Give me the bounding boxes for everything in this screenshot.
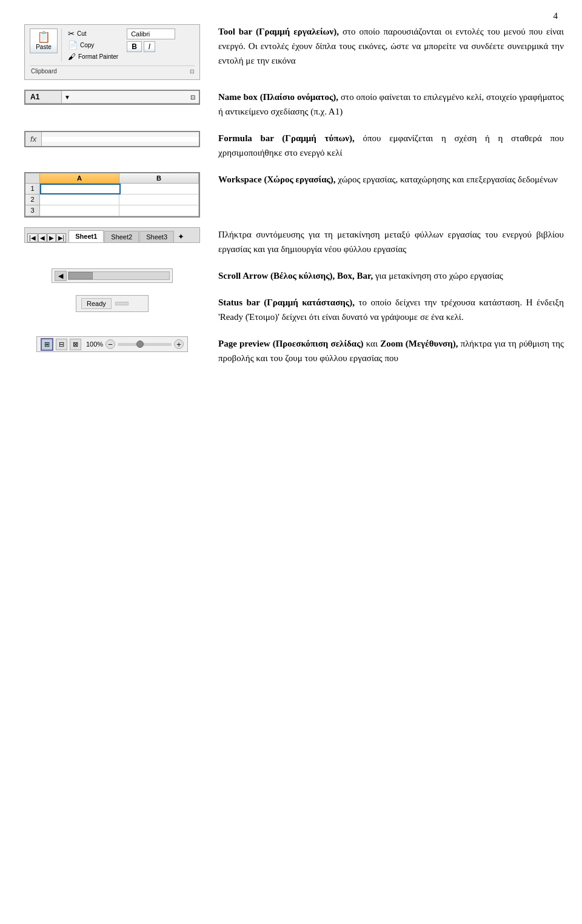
workspace-image: A B 1 2 3 — [24, 172, 200, 218]
grid-row-1: 1 — [25, 184, 199, 194]
grid-row-3: 3 — [25, 205, 199, 216]
namebox-section: A1 ▼ ⊡ Name box (Πλαίσιο ονόματος), στο … — [18, 90, 564, 121]
scroll-left-arrow[interactable]: ◀ — [55, 271, 67, 281]
zoombar-text: Page preview (Προεσκόπιση σελίδας) και Z… — [218, 336, 564, 365]
formulabar-text: Formula bar (Γραμμή τύπων), όπου εμφανίζ… — [218, 131, 564, 160]
sheet2-tab[interactable]: Sheet2 — [104, 231, 139, 242]
sheet1-tab[interactable]: Sheet1 — [69, 230, 104, 242]
zoom-term: Zoom (Μεγέθυνση), — [380, 339, 458, 348]
scrollbar-text: Scroll Arrow (Βέλος κύλισης), Box, Bar, … — [218, 268, 564, 283]
statusbar-description: Status bar (Γραμμή κατάστασης), το οποίο… — [218, 295, 564, 327]
workspace-term: Workspace (Χώρος εργασίας), — [218, 174, 336, 184]
new-sheet-button[interactable]: ✦ — [175, 231, 187, 242]
statusbar-section: Ready Status bar (Γραμμή κατάστασης), το… — [18, 295, 564, 327]
namebox-dropdown[interactable]: ▼ — [62, 92, 73, 102]
toolbar-bottom: Clipboard ⊡ — [30, 65, 195, 75]
cut-button[interactable]: ✂ Cut — [67, 28, 119, 39]
workspace-text: Workspace (Χώρος εργασίας), χώρος εργασί… — [218, 172, 564, 187]
scrollbar-image: ◀ — [52, 268, 173, 283]
next-sheet-arrow[interactable]: ▶ — [47, 233, 56, 242]
cut-icon: ✂ — [68, 29, 75, 38]
grid-cell-b3[interactable] — [119, 205, 199, 216]
namebox-image: A1 ▼ ⊡ — [24, 90, 200, 105]
toolbar-term: Tool bar (Γραμμή εργαλείων), — [218, 27, 339, 36]
sheettabs-description: Πλήκτρα συντόμευσης για τη μετακίνηση με… — [218, 227, 564, 259]
copy-icon: 📄 — [68, 41, 78, 50]
scroll-thumb — [69, 272, 93, 279]
grid-cell-a2[interactable] — [40, 194, 119, 205]
col-header-a[interactable]: A — [40, 173, 119, 184]
scrollbar-description: Scroll Arrow (Βέλος κύλισης), Box, Bar, … — [218, 268, 564, 285]
scrollbar-term: Scroll Arrow (Βέλος κύλισης), Box, Bar, — [218, 271, 373, 281]
formula-input[interactable] — [42, 137, 199, 142]
namebox-term: Name box (Πλαίσιο ονόματος), — [218, 92, 338, 102]
prev-sheet-arrow[interactable]: ◀ — [38, 233, 47, 242]
toolbar-text: Tool bar (Γραμμή εργαλείων), στο οποίο π… — [218, 24, 564, 68]
last-sheet-arrow[interactable]: ▶| — [56, 233, 67, 242]
paste-area: 📋 Paste — [30, 28, 62, 62]
workspace-panel: A B 1 2 3 — [18, 172, 206, 218]
page-break-button[interactable]: ⊠ — [70, 339, 81, 350]
small-buttons-area: ✂ Cut 📄 Copy 🖌 Format Painter — [67, 28, 119, 62]
grid-cell-b1[interactable] — [121, 184, 199, 194]
grid-cell-b2[interactable] — [119, 194, 199, 205]
bold-italic-row: B I — [127, 41, 175, 52]
grid-corner — [25, 173, 40, 184]
row-header-1: 1 — [25, 184, 40, 194]
grid-header: A B — [25, 173, 199, 184]
font-name-box[interactable]: Calibri — [127, 28, 175, 39]
scrollbar-panel: ◀ — [18, 268, 206, 283]
col-header-b[interactable]: B — [119, 173, 199, 184]
paste-button[interactable]: 📋 Paste — [30, 28, 58, 53]
namebox-row: A1 ▼ ⊡ — [25, 91, 199, 104]
copy-button[interactable]: 📄 Copy — [67, 40, 119, 50]
scrollbar-section: ◀ Scroll Arrow (Βέλος κύλισης), Box, Bar… — [18, 268, 564, 285]
statusbar-panel: Ready — [18, 295, 206, 312]
zoombar-panel: ⊞ ⊟ ⊠ 100% − + — [18, 336, 206, 352]
zoom-percentage: 100% — [86, 341, 103, 348]
zoombar-description: Page preview (Προεσκόπιση σελίδας) και Z… — [218, 336, 564, 368]
workspace-section: A B 1 2 3 — [18, 172, 564, 218]
sheettabs-text: Πλήκτρα συντόμευσης για τη μετακίνηση με… — [218, 227, 564, 256]
row-header-3: 3 — [25, 205, 40, 216]
formulabar-description: Formula bar (Γραμμή τύπων), όπου εμφανίζ… — [218, 131, 564, 162]
sheettabs-panel: |◀ ◀ ▶ ▶| Sheet1 Sheet2 Sheet3 ✦ — [18, 227, 206, 243]
format-painter-button[interactable]: 🖌 Format Painter — [67, 52, 119, 62]
page-layout-button[interactable]: ⊟ — [56, 339, 67, 350]
zoom-out-button[interactable]: − — [105, 339, 115, 349]
formulabar-term: Formula bar (Γραμμή τύπων), — [218, 133, 355, 143]
namebox-panel: A1 ▼ ⊡ — [18, 90, 206, 105]
grid-row-2: 2 — [25, 194, 199, 205]
fx-label: fx — [25, 132, 42, 146]
toolbar-image: 📋 Paste ✂ Cut 📄 Copy — [24, 24, 200, 80]
namebox-text: Name box (Πλαίσιο ονόματος), στο οποίο φ… — [218, 90, 564, 119]
grid-cell-a3[interactable] — [40, 205, 119, 216]
grid-cell-a1[interactable] — [40, 184, 121, 194]
sheet3-tab[interactable]: Sheet3 — [139, 231, 174, 242]
formulabar-panel: fx — [18, 131, 206, 147]
formulabar-section: fx Formula bar (Γραμμή τύπων), όπου εμφα… — [18, 131, 564, 162]
sheettabs-image: |◀ ◀ ▶ ▶| Sheet1 Sheet2 Sheet3 ✦ — [24, 227, 200, 243]
first-sheet-arrow[interactable]: |◀ — [27, 233, 38, 242]
paste-icon: 📋 — [37, 32, 50, 42]
statusbar-term: Status bar (Γραμμή κατάστασης), — [218, 297, 355, 307]
namebox-expand[interactable]: ⊡ — [187, 92, 199, 102]
bold-button[interactable]: B — [127, 41, 142, 52]
formulabar-image: fx — [24, 131, 200, 147]
toolbar-section: 📋 Paste ✂ Cut 📄 Copy — [18, 24, 564, 80]
zoom-in-button[interactable]: + — [174, 339, 184, 349]
row-header-2: 2 — [25, 194, 40, 205]
statusbar-text: Status bar (Γραμμή κατάστασης), το οποίο… — [218, 295, 564, 324]
namebox-description: Name box (Πλαίσιο ονόματος), στο οποίο φ… — [218, 90, 564, 121]
copy-label: Copy — [80, 42, 94, 48]
normal-view-button[interactable]: ⊞ — [41, 338, 53, 351]
cut-label: Cut — [77, 30, 87, 37]
format-painter-label: Format Painter — [78, 53, 118, 60]
zoombar-section: ⊞ ⊟ ⊠ 100% − + Page preview (Προεσκόπιση… — [18, 336, 564, 368]
italic-button[interactable]: I — [144, 41, 155, 52]
zoom-track[interactable] — [118, 343, 172, 346]
clipboard-arrow[interactable]: ⊡ — [190, 68, 195, 75]
scroll-track[interactable] — [68, 271, 170, 280]
zoombar-term: Page preview (Προεσκόπιση σελίδας) — [218, 339, 364, 348]
zoombar-image: ⊞ ⊟ ⊠ 100% − + — [36, 336, 188, 352]
